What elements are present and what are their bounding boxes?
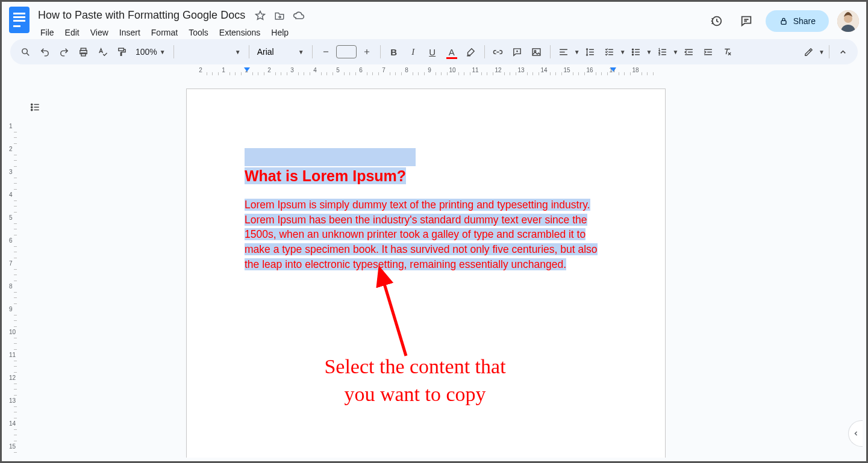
paragraph-style-select[interactable]: ▼ xyxy=(178,49,245,55)
paint-format-icon[interactable] xyxy=(113,43,131,61)
underline-icon[interactable]: U xyxy=(423,43,442,61)
lock-icon xyxy=(779,16,788,26)
share-label: Share xyxy=(793,16,816,26)
caret-down-icon[interactable]: ▼ xyxy=(819,49,825,55)
text-color-icon[interactable]: A xyxy=(443,43,461,61)
increase-font-icon[interactable] xyxy=(358,43,376,61)
bulleted-list-icon[interactable] xyxy=(627,43,645,61)
right-indent-marker[interactable] xyxy=(610,67,616,72)
menu-edit[interactable]: Edit xyxy=(60,25,84,40)
undo-icon[interactable] xyxy=(36,43,54,61)
svg-point-19 xyxy=(31,109,33,110)
star-icon[interactable] xyxy=(254,9,267,22)
svg-point-18 xyxy=(31,107,33,108)
document-heading: What is Lorem Ipsum? xyxy=(245,167,406,184)
decrease-indent-icon[interactable] xyxy=(679,43,698,61)
zoom-select[interactable]: 100% ▼ xyxy=(132,47,169,57)
spellcheck-icon[interactable] xyxy=(93,43,111,61)
selection-highlight xyxy=(245,148,416,166)
redo-icon[interactable] xyxy=(55,43,73,61)
document-title[interactable]: How to Paste with Formatting Google Docs xyxy=(36,8,248,23)
numbered-list-icon[interactable]: 123 xyxy=(653,43,671,61)
increase-indent-icon[interactable] xyxy=(699,43,717,61)
account-avatar[interactable] xyxy=(837,10,859,32)
svg-rect-1 xyxy=(781,20,786,24)
history-icon[interactable] xyxy=(705,10,727,32)
caret-down-icon[interactable]: ▼ xyxy=(620,49,626,55)
align-icon[interactable] xyxy=(555,43,573,61)
line-spacing-icon[interactable] xyxy=(581,43,599,61)
svg-point-11 xyxy=(632,49,634,50)
font-name: Arial xyxy=(257,47,274,57)
caret-down-icon: ▼ xyxy=(160,49,166,55)
caret-down-icon: ▼ xyxy=(235,49,241,55)
font-size-input[interactable] xyxy=(336,45,357,58)
caret-down-icon: ▼ xyxy=(298,49,304,55)
menu-insert[interactable]: Insert xyxy=(114,25,145,40)
svg-rect-9 xyxy=(532,48,540,55)
collapse-toolbar-icon[interactable] xyxy=(834,43,852,61)
docs-logo-icon[interactable] xyxy=(9,7,30,33)
svg-rect-8 xyxy=(118,48,123,51)
insert-link-icon[interactable] xyxy=(489,43,507,61)
add-comment-icon[interactable] xyxy=(508,43,526,61)
menu-help[interactable]: Help xyxy=(266,25,293,40)
side-panel-toggle[interactable] xyxy=(848,420,863,447)
menu-format[interactable]: Format xyxy=(146,25,183,40)
svg-point-17 xyxy=(31,104,33,105)
document-body-text: Lorem Ipsum is simply dummy text of the … xyxy=(245,199,598,270)
caret-down-icon[interactable]: ▼ xyxy=(646,49,652,55)
highlight-icon[interactable] xyxy=(462,43,480,61)
share-button[interactable]: Share xyxy=(766,10,829,32)
search-icon[interactable] xyxy=(16,43,34,61)
vertical-ruler[interactable]: 123456789101112131415 xyxy=(5,91,19,458)
horizontal-ruler[interactable]: 21123456789101112131415161718 xyxy=(189,67,668,76)
italic-icon[interactable]: I xyxy=(404,43,422,61)
bold-icon[interactable]: B xyxy=(385,43,403,61)
outline-toggle-icon[interactable] xyxy=(25,97,45,117)
move-icon[interactable] xyxy=(273,9,286,22)
clear-formatting-icon[interactable] xyxy=(718,43,736,61)
menu-file[interactable]: File xyxy=(36,25,59,40)
font-select[interactable]: Arial ▼ xyxy=(254,47,308,57)
insert-image-icon[interactable] xyxy=(528,43,546,61)
annotation-text: Select the content that you want to copy xyxy=(264,353,566,408)
svg-line-21 xyxy=(381,274,406,356)
caret-down-icon[interactable]: ▼ xyxy=(672,49,678,55)
editing-mode-icon[interactable] xyxy=(799,43,817,61)
menu-tools[interactable]: Tools xyxy=(184,25,213,40)
caret-down-icon[interactable]: ▼ xyxy=(574,49,580,55)
svg-text:3: 3 xyxy=(658,53,660,56)
print-icon[interactable] xyxy=(74,43,92,61)
svg-point-12 xyxy=(632,51,634,52)
svg-point-4 xyxy=(22,48,27,54)
svg-point-13 xyxy=(632,54,634,55)
menu-view[interactable]: View xyxy=(86,25,113,40)
zoom-value: 100% xyxy=(136,47,157,57)
cloud-status-icon[interactable] xyxy=(292,9,305,22)
checklist-icon[interactable] xyxy=(601,43,619,61)
comments-icon[interactable] xyxy=(735,10,757,32)
toolbar: 100% ▼ ▼ Arial ▼ B I U A ▼ ▼ ▼ 123 ▼ ▼ xyxy=(10,39,858,64)
decrease-font-icon[interactable] xyxy=(317,43,335,61)
menu-extensions[interactable]: Extensions xyxy=(214,25,265,40)
left-indent-marker[interactable] xyxy=(244,67,250,72)
